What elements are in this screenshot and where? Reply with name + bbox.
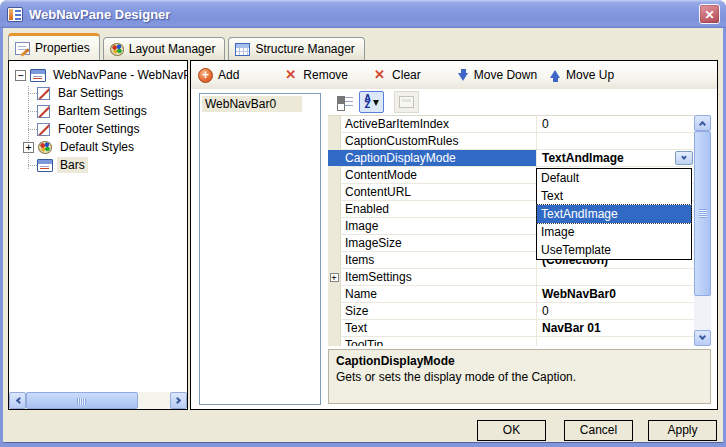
tree-item-bars[interactable]: Bars xyxy=(9,156,187,174)
tab-layout-manager-label: Layout Manager xyxy=(129,42,216,56)
scroll-left-button[interactable] xyxy=(9,392,26,409)
property-row-size[interactable]: Size 0 xyxy=(328,303,694,320)
description-text: Gets or sets the display mode of the Cap… xyxy=(336,370,703,384)
dropdown-option-image[interactable]: Image xyxy=(537,223,691,241)
list-item-webnavbar0[interactable]: WebNavBar0 xyxy=(202,96,302,112)
cancel-button[interactable]: Cancel xyxy=(564,420,633,441)
add-icon xyxy=(198,68,213,83)
webnavpane-designer-dialog: WebNavPane Designer Properties Layout Ma… xyxy=(0,0,726,447)
ok-button[interactable]: OK xyxy=(477,420,546,441)
scrollbar-track[interactable] xyxy=(138,392,170,409)
tab-properties-label: Properties xyxy=(35,41,90,55)
scroll-right-button[interactable] xyxy=(170,392,187,409)
property-row-captioncustomrules[interactable]: CaptionCustomRules xyxy=(328,133,694,150)
tab-structure-manager-label: Structure Manager xyxy=(255,42,354,56)
scroll-up-button[interactable] xyxy=(694,115,711,131)
clear-button-label: Clear xyxy=(392,68,421,82)
tree-item-footer-settings[interactable]: Footer Settings xyxy=(9,120,187,138)
az-sort-icon xyxy=(364,95,378,109)
scrollbar-track[interactable] xyxy=(694,296,711,330)
property-row-activebaritemindex[interactable]: ActiveBarItemIndex 0 xyxy=(328,116,694,133)
tree-item-root[interactable]: WebNavPane - WebNavPa xyxy=(9,66,187,84)
tree-connector xyxy=(28,165,37,166)
collapse-icon[interactable] xyxy=(15,70,26,81)
property-row-text[interactable]: Text NavBar 01 xyxy=(328,320,694,337)
chevron-right-icon xyxy=(173,397,180,404)
scrollbar-thumb[interactable] xyxy=(694,131,711,296)
add-button[interactable]: Add xyxy=(198,68,239,83)
remove-button-label: Remove xyxy=(303,68,348,82)
expand-icon[interactable] xyxy=(23,142,34,153)
move-down-button[interactable]: Move Down xyxy=(458,68,537,82)
scroll-down-button[interactable] xyxy=(694,330,711,346)
app-icon xyxy=(7,7,23,22)
property-row-tooltip[interactable]: ToolTip xyxy=(328,337,694,346)
alphabetical-sort-button[interactable] xyxy=(359,91,384,113)
tab-structure-manager[interactable]: Structure Manager xyxy=(228,37,364,60)
component-tree: WebNavPane - WebNavPa Bar Settings BarIt… xyxy=(9,66,187,391)
settings-icon xyxy=(37,123,50,136)
clear-x-icon xyxy=(374,69,387,82)
tree-item-root-label: WebNavPane - WebNavPa xyxy=(50,67,187,83)
tree-connector xyxy=(28,93,37,94)
tree-item-baritem-settings[interactable]: BarItem Settings xyxy=(9,102,187,120)
tab-strip: Properties Layout Manager Structure Mana… xyxy=(8,33,368,60)
dropdown-option-default[interactable]: Default xyxy=(537,169,691,187)
move-up-button-label: Move Up xyxy=(566,68,614,82)
add-button-label: Add xyxy=(218,68,239,82)
property-row-name[interactable]: Name WebNavBar0 xyxy=(328,286,694,303)
chevron-down-icon xyxy=(681,154,687,160)
tree-item-bar-settings[interactable]: Bar Settings xyxy=(9,84,187,102)
property-grid-toolbar xyxy=(332,91,419,113)
tab-properties[interactable]: Properties xyxy=(8,33,100,60)
tab-layout-manager[interactable]: Layout Manager xyxy=(103,37,226,60)
apply-button[interactable]: Apply xyxy=(648,420,717,441)
settings-icon xyxy=(37,105,50,118)
move-up-button[interactable]: Move Up xyxy=(550,68,614,82)
move-down-button-label: Move Down xyxy=(474,68,537,82)
property-row-captiondisplaymode[interactable]: CaptionDisplayMode TextAndImage xyxy=(328,150,694,167)
tree-connector xyxy=(28,129,37,130)
property-pages-button xyxy=(394,91,419,113)
captiondisplaymode-dropdown: Default Text TextAndImage Image UseTempl… xyxy=(536,168,692,260)
dropdown-option-text[interactable]: Text xyxy=(537,187,691,205)
tree-item-label: BarItem Settings xyxy=(55,103,150,119)
expand-icon[interactable] xyxy=(330,273,339,282)
property-pages-icon xyxy=(399,96,414,108)
close-icon[interactable] xyxy=(699,4,720,24)
table-grid-icon xyxy=(235,43,250,56)
captiondisplaymode-value: TextAndImage xyxy=(542,151,624,165)
description-title: CaptionDisplayMode xyxy=(336,354,703,368)
scrollbar-thumb[interactable] xyxy=(26,392,138,409)
property-row-itemsettings[interactable]: ItemSettings xyxy=(328,269,694,286)
dropdown-option-usetemplate[interactable]: UseTemplate xyxy=(537,241,691,259)
palette-icon xyxy=(38,141,52,154)
tree-item-label: Default Styles xyxy=(57,139,137,155)
tree-item-label: Footer Settings xyxy=(55,121,142,137)
tree-item-default-styles[interactable]: Default Styles xyxy=(9,138,187,156)
form-icon xyxy=(37,159,53,172)
title-bar[interactable]: WebNavPane Designer xyxy=(0,0,726,28)
palette-icon xyxy=(110,43,124,56)
clear-button[interactable]: Clear xyxy=(374,68,421,82)
bars-listbox[interactable]: WebNavBar0 xyxy=(199,93,321,405)
tree-item-label: Bar Settings xyxy=(55,85,126,101)
property-grid-scrollbar[interactable] xyxy=(694,115,711,346)
form-icon xyxy=(30,69,46,82)
tree-horizontal-scrollbar[interactable] xyxy=(9,392,187,409)
chevron-left-icon xyxy=(15,397,22,404)
arrow-up-icon xyxy=(550,69,561,82)
dropdown-option-textandimage[interactable]: TextAndImage xyxy=(537,205,691,223)
remove-button[interactable]: Remove xyxy=(285,68,348,82)
chevron-up-icon xyxy=(699,121,706,128)
tree-connector xyxy=(28,111,37,112)
categorized-view-button[interactable] xyxy=(332,91,357,113)
tree-panel: WebNavPane - WebNavPa Bar Settings BarIt… xyxy=(8,60,188,410)
arrow-down-icon xyxy=(458,69,469,82)
chevron-down-icon xyxy=(699,333,706,340)
properties-icon xyxy=(15,42,30,55)
remove-x-icon xyxy=(285,69,298,82)
combo-dropdown-button[interactable] xyxy=(675,151,693,165)
bars-toolbar: Add Remove Clear Move Down Move Up xyxy=(191,61,717,89)
categorized-icon xyxy=(337,95,353,109)
